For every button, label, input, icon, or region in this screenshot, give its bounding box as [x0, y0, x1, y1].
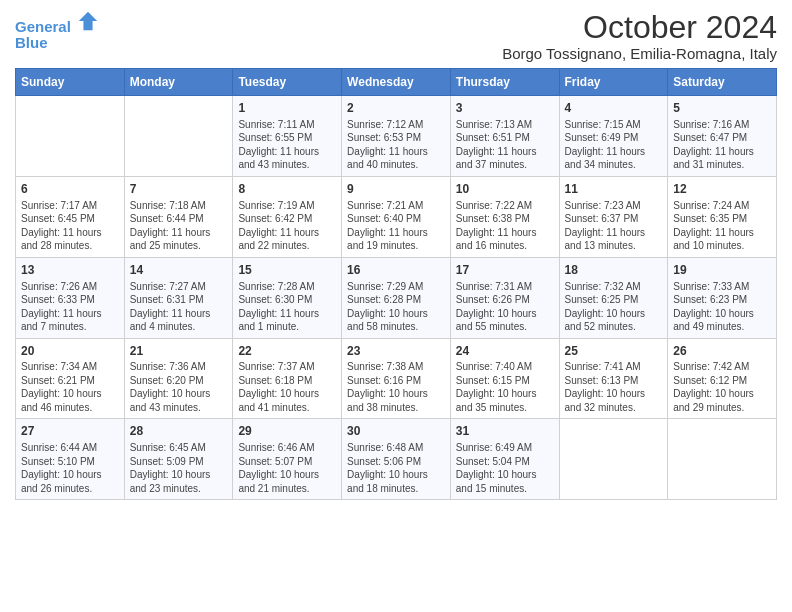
day-number: 15 [238, 262, 336, 279]
calendar-cell: 17Sunrise: 7:31 AMSunset: 6:26 PMDayligh… [450, 257, 559, 338]
cell-content: Sunrise: 7:21 AMSunset: 6:40 PMDaylight:… [347, 199, 445, 253]
calendar-cell: 7Sunrise: 7:18 AMSunset: 6:44 PMDaylight… [124, 176, 233, 257]
calendar-cell: 24Sunrise: 7:40 AMSunset: 6:15 PMDayligh… [450, 338, 559, 419]
day-number: 12 [673, 181, 771, 198]
day-number: 3 [456, 100, 554, 117]
cell-content: Sunrise: 7:28 AMSunset: 6:30 PMDaylight:… [238, 280, 336, 334]
calendar-cell: 27Sunrise: 6:44 AMSunset: 5:10 PMDayligh… [16, 419, 125, 500]
day-number: 2 [347, 100, 445, 117]
day-number: 31 [456, 423, 554, 440]
calendar-cell [668, 419, 777, 500]
calendar-cell: 28Sunrise: 6:45 AMSunset: 5:09 PMDayligh… [124, 419, 233, 500]
cell-content: Sunrise: 7:32 AMSunset: 6:25 PMDaylight:… [565, 280, 663, 334]
day-number: 4 [565, 100, 663, 117]
week-row-4: 20Sunrise: 7:34 AMSunset: 6:21 PMDayligh… [16, 338, 777, 419]
logo: General Blue [15, 10, 99, 51]
day-number: 6 [21, 181, 119, 198]
calendar-cell: 11Sunrise: 7:23 AMSunset: 6:37 PMDayligh… [559, 176, 668, 257]
day-header-thursday: Thursday [450, 69, 559, 96]
cell-content: Sunrise: 7:19 AMSunset: 6:42 PMDaylight:… [238, 199, 336, 253]
calendar-table: SundayMondayTuesdayWednesdayThursdayFrid… [15, 68, 777, 500]
calendar-cell: 3Sunrise: 7:13 AMSunset: 6:51 PMDaylight… [450, 96, 559, 177]
calendar-cell: 16Sunrise: 7:29 AMSunset: 6:28 PMDayligh… [342, 257, 451, 338]
cell-content: Sunrise: 7:33 AMSunset: 6:23 PMDaylight:… [673, 280, 771, 334]
calendar-cell: 29Sunrise: 6:46 AMSunset: 5:07 PMDayligh… [233, 419, 342, 500]
week-row-1: 1Sunrise: 7:11 AMSunset: 6:55 PMDaylight… [16, 96, 777, 177]
cell-content: Sunrise: 6:46 AMSunset: 5:07 PMDaylight:… [238, 441, 336, 495]
day-number: 17 [456, 262, 554, 279]
day-header-saturday: Saturday [668, 69, 777, 96]
cell-content: Sunrise: 7:17 AMSunset: 6:45 PMDaylight:… [21, 199, 119, 253]
cell-content: Sunrise: 7:36 AMSunset: 6:20 PMDaylight:… [130, 360, 228, 414]
day-number: 14 [130, 262, 228, 279]
calendar-cell: 6Sunrise: 7:17 AMSunset: 6:45 PMDaylight… [16, 176, 125, 257]
calendar-cell: 15Sunrise: 7:28 AMSunset: 6:30 PMDayligh… [233, 257, 342, 338]
week-row-2: 6Sunrise: 7:17 AMSunset: 6:45 PMDaylight… [16, 176, 777, 257]
cell-content: Sunrise: 7:41 AMSunset: 6:13 PMDaylight:… [565, 360, 663, 414]
calendar-cell: 13Sunrise: 7:26 AMSunset: 6:33 PMDayligh… [16, 257, 125, 338]
day-header-monday: Monday [124, 69, 233, 96]
day-number: 9 [347, 181, 445, 198]
cell-content: Sunrise: 7:42 AMSunset: 6:12 PMDaylight:… [673, 360, 771, 414]
calendar-cell [124, 96, 233, 177]
day-number: 8 [238, 181, 336, 198]
day-number: 22 [238, 343, 336, 360]
calendar-cell: 12Sunrise: 7:24 AMSunset: 6:35 PMDayligh… [668, 176, 777, 257]
day-number: 24 [456, 343, 554, 360]
calendar-cell: 26Sunrise: 7:42 AMSunset: 6:12 PMDayligh… [668, 338, 777, 419]
day-number: 19 [673, 262, 771, 279]
calendar-cell: 9Sunrise: 7:21 AMSunset: 6:40 PMDaylight… [342, 176, 451, 257]
calendar-cell: 25Sunrise: 7:41 AMSunset: 6:13 PMDayligh… [559, 338, 668, 419]
calendar-cell: 21Sunrise: 7:36 AMSunset: 6:20 PMDayligh… [124, 338, 233, 419]
cell-content: Sunrise: 7:38 AMSunset: 6:16 PMDaylight:… [347, 360, 445, 414]
day-number: 27 [21, 423, 119, 440]
cell-content: Sunrise: 7:37 AMSunset: 6:18 PMDaylight:… [238, 360, 336, 414]
logo-icon [77, 10, 99, 32]
cell-content: Sunrise: 6:45 AMSunset: 5:09 PMDaylight:… [130, 441, 228, 495]
calendar-cell: 8Sunrise: 7:19 AMSunset: 6:42 PMDaylight… [233, 176, 342, 257]
calendar-cell: 5Sunrise: 7:16 AMSunset: 6:47 PMDaylight… [668, 96, 777, 177]
cell-content: Sunrise: 7:11 AMSunset: 6:55 PMDaylight:… [238, 118, 336, 172]
calendar-cell: 31Sunrise: 6:49 AMSunset: 5:04 PMDayligh… [450, 419, 559, 500]
cell-content: Sunrise: 7:15 AMSunset: 6:49 PMDaylight:… [565, 118, 663, 172]
day-number: 26 [673, 343, 771, 360]
calendar-cell [16, 96, 125, 177]
cell-content: Sunrise: 7:29 AMSunset: 6:28 PMDaylight:… [347, 280, 445, 334]
calendar-title: October 2024 [502, 10, 777, 45]
header-row: SundayMondayTuesdayWednesdayThursdayFrid… [16, 69, 777, 96]
logo-text: General [15, 10, 99, 36]
page-header: General Blue October 2024 Borgo Tossigna… [15, 10, 777, 62]
day-number: 23 [347, 343, 445, 360]
cell-content: Sunrise: 7:34 AMSunset: 6:21 PMDaylight:… [21, 360, 119, 414]
day-number: 25 [565, 343, 663, 360]
day-header-friday: Friday [559, 69, 668, 96]
cell-content: Sunrise: 7:24 AMSunset: 6:35 PMDaylight:… [673, 199, 771, 253]
calendar-cell: 30Sunrise: 6:48 AMSunset: 5:06 PMDayligh… [342, 419, 451, 500]
calendar-cell: 4Sunrise: 7:15 AMSunset: 6:49 PMDaylight… [559, 96, 668, 177]
cell-content: Sunrise: 7:23 AMSunset: 6:37 PMDaylight:… [565, 199, 663, 253]
svg-marker-0 [79, 12, 97, 30]
cell-content: Sunrise: 7:18 AMSunset: 6:44 PMDaylight:… [130, 199, 228, 253]
day-number: 30 [347, 423, 445, 440]
day-number: 16 [347, 262, 445, 279]
cell-content: Sunrise: 6:48 AMSunset: 5:06 PMDaylight:… [347, 441, 445, 495]
cell-content: Sunrise: 7:16 AMSunset: 6:47 PMDaylight:… [673, 118, 771, 172]
day-header-tuesday: Tuesday [233, 69, 342, 96]
day-number: 7 [130, 181, 228, 198]
day-number: 20 [21, 343, 119, 360]
day-header-wednesday: Wednesday [342, 69, 451, 96]
cell-content: Sunrise: 7:27 AMSunset: 6:31 PMDaylight:… [130, 280, 228, 334]
calendar-cell: 22Sunrise: 7:37 AMSunset: 6:18 PMDayligh… [233, 338, 342, 419]
day-number: 11 [565, 181, 663, 198]
calendar-cell: 18Sunrise: 7:32 AMSunset: 6:25 PMDayligh… [559, 257, 668, 338]
calendar-cell: 23Sunrise: 7:38 AMSunset: 6:16 PMDayligh… [342, 338, 451, 419]
day-number: 1 [238, 100, 336, 117]
cell-content: Sunrise: 7:40 AMSunset: 6:15 PMDaylight:… [456, 360, 554, 414]
day-header-sunday: Sunday [16, 69, 125, 96]
day-number: 21 [130, 343, 228, 360]
week-row-3: 13Sunrise: 7:26 AMSunset: 6:33 PMDayligh… [16, 257, 777, 338]
calendar-cell: 19Sunrise: 7:33 AMSunset: 6:23 PMDayligh… [668, 257, 777, 338]
cell-content: Sunrise: 6:44 AMSunset: 5:10 PMDaylight:… [21, 441, 119, 495]
cell-content: Sunrise: 7:13 AMSunset: 6:51 PMDaylight:… [456, 118, 554, 172]
calendar-cell: 2Sunrise: 7:12 AMSunset: 6:53 PMDaylight… [342, 96, 451, 177]
